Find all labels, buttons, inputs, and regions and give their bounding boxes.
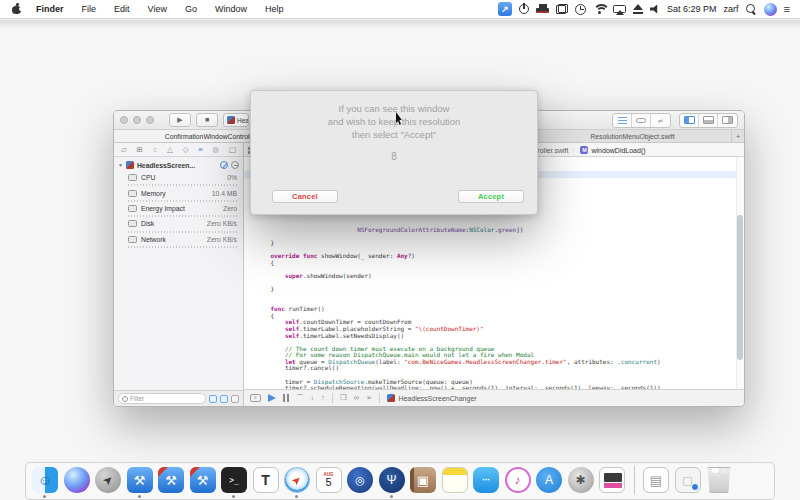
dock-item-calendar[interactable]: AUG5 xyxy=(315,466,343,494)
eject-icon[interactable] xyxy=(633,4,643,14)
find-navigator-icon[interactable]: ○ xyxy=(153,145,158,154)
filter-option-button-1[interactable] xyxy=(209,395,217,403)
filter-option-button-3[interactable] xyxy=(231,395,239,403)
debug-target[interactable]: HeadlessScreenChanger xyxy=(387,394,476,402)
spotlight-icon[interactable] xyxy=(746,4,757,15)
spaces-status-icon[interactable] xyxy=(556,4,568,14)
process-row[interactable]: ▼ HeadlessScreen... xyxy=(114,159,243,171)
dock-item-finder[interactable]: ☺ xyxy=(31,466,59,494)
run-button[interactable]: ▶ xyxy=(169,113,191,127)
filter-option-button-2[interactable] xyxy=(220,395,228,403)
debug-navigator-icon[interactable]: ≡ xyxy=(198,145,202,154)
minimize-window-button[interactable] xyxy=(133,116,141,124)
editor-scrollbar-thumb[interactable] xyxy=(737,215,743,360)
gauge-row-cpu[interactable]: CPU0% xyxy=(114,171,243,184)
dock-item-handyprint[interactable] xyxy=(598,466,626,494)
view-hierarchy-icon[interactable]: ❐ xyxy=(340,394,347,402)
dock-item-launchpad[interactable]: ➤ xyxy=(94,466,122,494)
dock-item-siri[interactable] xyxy=(63,466,91,494)
stop-button[interactable]: ■ xyxy=(196,113,218,127)
menu-bar-clock[interactable]: Sat 6:29 PM xyxy=(667,4,717,14)
project-navigator-icon[interactable]: ▱ xyxy=(121,145,127,154)
dock-item-itunes[interactable]: ♪ xyxy=(504,466,532,494)
step-out-icon[interactable]: ↑ xyxy=(321,394,325,402)
apple-menu-icon[interactable] xyxy=(12,4,21,14)
notes-icon xyxy=(442,467,468,493)
gauge-label: Memory xyxy=(141,190,208,197)
dock-item-sourcetree[interactable]: Ψ xyxy=(378,466,406,494)
new-tab-button[interactable]: + xyxy=(732,130,744,142)
standard-editor-button[interactable] xyxy=(613,114,632,127)
breakpoint-navigator-icon[interactable]: ◎ xyxy=(213,145,220,154)
notification-center-icon[interactable]: ≡ xyxy=(784,4,790,15)
dock-item-one-password[interactable]: ◎ xyxy=(346,466,374,494)
assistant-editor-button[interactable] xyxy=(632,114,651,127)
breakpoints-toggle-icon[interactable] xyxy=(268,394,276,402)
symbol-navigator-icon[interactable]: ⊞ xyxy=(137,145,143,154)
pause-execution-icon[interactable] xyxy=(283,394,289,402)
menu-view[interactable]: View xyxy=(139,4,176,14)
dock-item-trash[interactable] xyxy=(705,466,733,494)
version-editor-button[interactable]: ⇄ xyxy=(651,114,670,127)
dock-item-terminal[interactable]: >_ xyxy=(220,466,248,494)
accept-button[interactable]: Accept xyxy=(458,190,524,203)
breadcrumb-symbol[interactable]: windowDidLoad() xyxy=(591,147,645,154)
scheme-selector[interactable]: Hea xyxy=(223,113,249,127)
gauge-label: Disk xyxy=(141,220,203,227)
report-navigator-icon[interactable]: ▢ xyxy=(229,145,236,154)
editor-scrollbar-track[interactable] xyxy=(736,157,744,389)
toggle-navigator-button[interactable] xyxy=(680,114,699,127)
siri-icon[interactable] xyxy=(764,3,777,16)
menu-window[interactable]: Window xyxy=(206,4,256,14)
menu-bar-user[interactable]: zarf xyxy=(724,4,739,14)
gauge-row-memory[interactable]: Memory10.4 MB xyxy=(114,186,243,199)
airplay-icon[interactable] xyxy=(613,5,626,13)
gauge-row-energy-impact[interactable]: Energy ImpactZero xyxy=(114,202,243,215)
close-window-button[interactable] xyxy=(120,116,128,124)
zoom-window-button[interactable] xyxy=(146,116,154,124)
menu-finder[interactable]: Finder xyxy=(27,4,73,14)
hide-debug-area-icon[interactable] xyxy=(250,394,261,402)
simulate-location-icon[interactable]: ➢ xyxy=(366,394,372,402)
dock-item-xcode-beta[interactable]: ⚒ xyxy=(157,466,185,494)
dock-item-messages[interactable]: ··· xyxy=(472,466,500,494)
printer-status-icon[interactable] xyxy=(536,4,549,14)
toggle-inspector-button[interactable] xyxy=(718,114,737,127)
filter-field[interactable]: Filter xyxy=(118,393,206,404)
step-into-icon[interactable]: ↓ xyxy=(311,394,315,402)
step-over-icon[interactable]: ⌒ xyxy=(296,394,304,402)
disclosure-triangle-icon[interactable]: ▼ xyxy=(118,162,123,168)
dock-item-documents-stack[interactable]: ▤ xyxy=(642,466,670,494)
menu-go[interactable]: Go xyxy=(176,4,206,14)
gauge-row-disk[interactable]: DiskZero KB/s xyxy=(114,217,243,230)
gauge-ticks xyxy=(128,246,237,248)
screen-sharing-icon[interactable]: ↗ xyxy=(498,2,512,16)
code-line xyxy=(256,280,661,287)
dock-item-notes[interactable] xyxy=(441,466,469,494)
process-state-icon[interactable] xyxy=(231,161,239,169)
volume-icon[interactable] xyxy=(650,5,660,14)
memory-graph-icon[interactable]: ∞ xyxy=(354,394,359,402)
pause-process-icon[interactable] xyxy=(220,161,228,169)
power-status-icon[interactable] xyxy=(519,4,529,14)
time-machine-icon[interactable] xyxy=(575,4,586,15)
dock-item-textmate[interactable]: T xyxy=(252,466,280,494)
menu-edit[interactable]: Edit xyxy=(105,4,139,14)
dock-item-safari[interactable]: ➤ xyxy=(283,466,311,494)
issue-navigator-icon[interactable]: △ xyxy=(167,145,173,154)
dock-item-xcode-beta-2[interactable]: ⚒ xyxy=(189,466,217,494)
gauge-row-network[interactable]: NetworkZero KB/s xyxy=(114,233,243,246)
dock-item-downloads[interactable]: ▢ xyxy=(674,466,702,494)
tab-resolutionmenuobject[interactable]: ResolutionMenuObject.swift xyxy=(534,130,732,142)
dock-item-contacts[interactable]: ▣ xyxy=(409,466,437,494)
toggle-debug-area-button[interactable] xyxy=(699,114,718,127)
wifi-icon[interactable] xyxy=(593,4,606,14)
dock-item-system-preferences[interactable]: ✱ xyxy=(567,466,595,494)
cancel-button[interactable]: Cancel xyxy=(272,190,338,203)
menu-file[interactable]: File xyxy=(73,4,106,14)
dock-item-xcode[interactable]: ⚒ xyxy=(126,466,154,494)
test-navigator-icon[interactable]: ◇ xyxy=(183,145,189,154)
menu-help[interactable]: Help xyxy=(256,4,293,14)
dock-item-app-store[interactable]: A xyxy=(535,466,563,494)
network-icon xyxy=(128,236,137,243)
